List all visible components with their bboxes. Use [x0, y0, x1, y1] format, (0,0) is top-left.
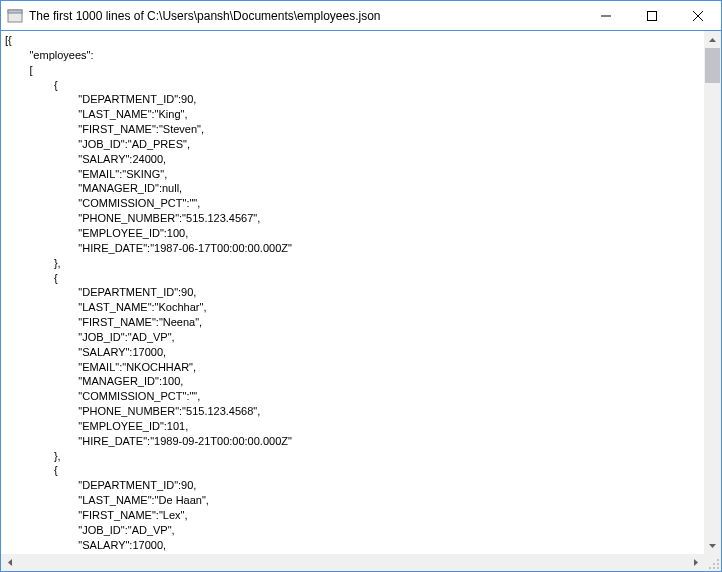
svg-marker-7 [709, 544, 716, 548]
svg-point-11 [713, 563, 715, 565]
svg-point-10 [717, 559, 719, 561]
svg-point-12 [717, 563, 719, 565]
minimize-button[interactable] [583, 1, 629, 31]
svg-marker-6 [709, 38, 716, 42]
vertical-scroll-thumb[interactable] [705, 48, 720, 83]
svg-rect-3 [648, 12, 657, 21]
svg-rect-1 [8, 10, 22, 13]
close-button[interactable] [675, 1, 721, 31]
scroll-right-arrow[interactable] [687, 554, 704, 571]
text-content[interactable]: [{ "employees": [ { "DEPARTMENT_ID":90, … [1, 31, 704, 554]
svg-marker-9 [694, 559, 698, 566]
vertical-scroll-track[interactable] [704, 48, 721, 537]
scroll-down-arrow[interactable] [704, 537, 721, 554]
maximize-button[interactable] [629, 1, 675, 31]
scroll-up-arrow[interactable] [704, 31, 721, 48]
scroll-left-arrow[interactable] [1, 554, 18, 571]
svg-point-14 [713, 567, 715, 569]
vertical-scrollbar[interactable] [704, 31, 721, 554]
content-wrapper: [{ "employees": [ { "DEPARTMENT_ID":90, … [1, 31, 721, 571]
svg-point-13 [709, 567, 711, 569]
resize-grip[interactable] [704, 554, 721, 571]
svg-marker-8 [8, 559, 12, 566]
horizontal-scroll-track[interactable] [18, 554, 687, 571]
horizontal-scrollbar[interactable] [1, 554, 704, 571]
titlebar: The first 1000 lines of C:\Users\pansh\D… [1, 1, 721, 31]
window-controls [583, 1, 721, 30]
app-icon [7, 8, 23, 24]
window-title: The first 1000 lines of C:\Users\pansh\D… [29, 9, 583, 23]
svg-point-15 [717, 567, 719, 569]
